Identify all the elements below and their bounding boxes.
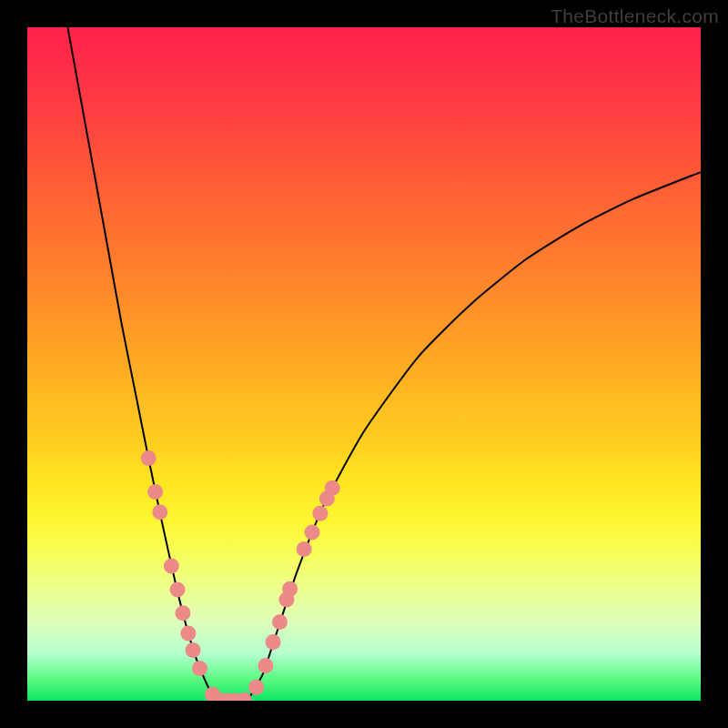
data-marker [152,504,167,520]
chart-frame: TheBottleneck.com [0,0,728,728]
data-marker [305,525,320,541]
data-marker [312,506,328,521]
chart-svg [27,27,701,701]
watermark-label: TheBottleneck.com [551,5,719,27]
data-marker [272,614,288,630]
data-marker [147,484,163,500]
data-marker [237,693,252,701]
data-marker [282,581,298,597]
data-marker [258,658,273,673]
data-marker [175,605,190,621]
data-marker [192,661,207,676]
data-marker [141,450,157,466]
bottleneck-curve [67,27,701,701]
data-marker [325,480,340,496]
plot-area [27,27,701,701]
data-marker [180,626,196,642]
data-marker [164,559,179,574]
data-marker [248,680,264,695]
data-marker [186,642,201,658]
data-marker [266,634,281,650]
data-marker [170,581,186,597]
data-marker [297,541,312,557]
